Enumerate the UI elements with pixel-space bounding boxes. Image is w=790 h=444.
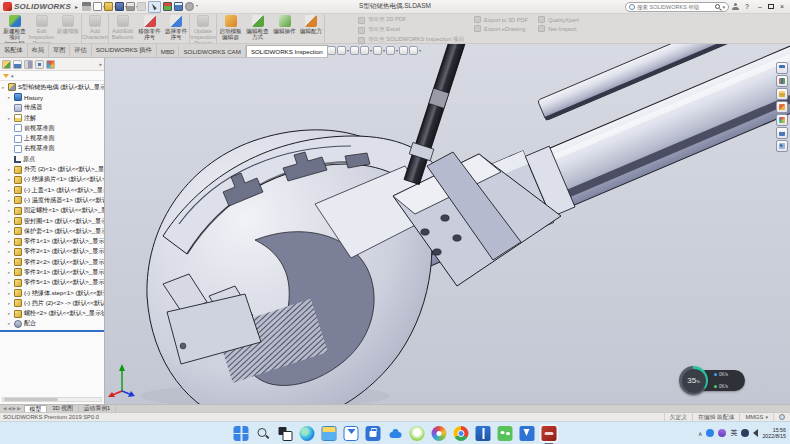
help-search-box[interactable]: ▾ [625,2,729,12]
tree-item-bolt[interactable]: 螺栓<2> (默认<<默认>_显示状态 [0,309,104,319]
tree-item-history[interactable]: History [0,92,104,102]
thermocouple-3d-model[interactable] [105,44,790,404]
performance-monitor-widget[interactable]: 35 % 0K/s 0K/s [679,366,745,395]
update-inspection-project-button[interactable]: Update Inspection Project [190,14,217,43]
tree-item-origin[interactable]: 原点 [0,154,104,164]
chrome-button[interactable] [454,426,469,441]
ribbon-tab-cam[interactable]: SOLIDWORKS CAM [179,46,245,57]
select-tool[interactable] [148,1,161,13]
tab-nav-arrows[interactable]: ◀ ◀ ▶ ▶ [0,405,24,412]
tree-horizontal-scrollbar[interactable] [2,397,102,402]
export-2d-pdf-button[interactable]: 导出至 2D PDF [358,16,464,24]
options-gear-icon[interactable] [185,2,194,11]
tray-volume-icon[interactable] [753,429,758,437]
scrollbar-thumb[interactable] [4,398,58,401]
taskpane-home-icon[interactable] [776,62,788,74]
tree-item-right-plane[interactable]: 右视基准面 [0,144,104,154]
mail-button[interactable] [344,426,359,441]
search-caret-icon[interactable]: ▾ [722,4,725,10]
add-characteristic-button[interactable]: Add Characteristic [82,14,109,43]
tree-item-front-plane[interactable]: 前视基准面 [0,123,104,133]
filter-caret-icon[interactable]: ▾ [11,73,14,79]
hide-show-items-icon[interactable] [386,46,395,55]
status-tag-icon[interactable] [773,413,790,421]
open-icon[interactable] [104,2,113,11]
file-explorer-button[interactable] [322,426,337,441]
rebuild-icon[interactable] [163,2,172,11]
edit-recipe-button[interactable]: 编辑配方 [298,14,325,43]
forum-icon[interactable] [776,140,788,152]
section-view-icon[interactable] [360,46,369,55]
tree-item-part3[interactable]: 零件3<1> (默认<<默认>_显示状态 [0,267,104,277]
tree-item-baffle[interactable]: (-) 挡片 (2)<2> -> (默认<<默认> [0,298,104,308]
launch-template-editor-button[interactable]: 启动模板编辑器 [217,14,244,43]
tree-item-top-cover[interactable]: (-) 上盖<1> (默认<<默认>_显示状 [0,185,104,195]
qualityxpert-button[interactable]: QualityXpert [538,16,579,23]
minimize-button[interactable]: – [755,3,765,10]
zoom-fit-icon[interactable] [327,46,336,55]
menu-expand-arrow-icon[interactable]: ▸ [75,3,78,10]
export-3d-pdf-button[interactable]: Export to 3D PDF [474,16,528,23]
wps-button[interactable] [520,426,535,441]
tree-item-protective-sleeve[interactable]: 保护套<1> (默认<<默认>_显示状 [0,226,104,236]
net-inspect-button[interactable]: Net-Inspect [538,25,579,32]
configurationmanager-tab-icon[interactable] [24,60,33,69]
dictionary-app-button[interactable] [476,426,491,441]
print-icon[interactable] [126,2,135,11]
zoom-area-icon[interactable] [337,46,346,55]
doc-tab-model[interactable]: 模型 [24,405,48,412]
wechat-button[interactable] [498,426,513,441]
ribbon-tab-layout[interactable]: 布局 [28,44,49,57]
new-document-icon[interactable] [93,2,102,11]
ribbon-tab-assembly[interactable]: 装配体 [0,44,28,57]
close-button[interactable]: × [777,3,787,10]
tree-item-sensors[interactable]: 传感器 [0,103,104,113]
tray-clock[interactable]: 15:56 2022/8/15 [762,427,786,439]
units-selector[interactable]: MMGS▾ [739,413,773,421]
start-button[interactable] [234,426,249,441]
tree-filter-row[interactable]: ▾ [0,71,104,81]
new-inspection-project-button[interactable]: 新建检查项目 (amp;N) [1,14,28,43]
ribbon-tab-mbd[interactable]: MBD [157,46,180,57]
tree-item-mates[interactable]: 配合 [0,319,104,329]
green-app-button[interactable] [410,426,425,441]
file-properties-icon[interactable] [174,2,183,11]
tree-root-assembly[interactable]: S型铂铑热电偶 (默认<默认_显示状态-1 [0,82,104,92]
doc-tab-motion-study[interactable]: 运动算例1 [79,405,116,412]
ribbon-tab-evaluate[interactable]: 评估 [70,44,91,57]
ribbon-tab-sketch[interactable]: 草图 [49,44,70,57]
task-view-button[interactable] [278,426,293,441]
tree-item-fixing-bolt[interactable]: 固定螺栓<1> (默认<<默认>_显示 [0,206,104,216]
home-icon[interactable] [82,2,91,11]
file-explorer-icon[interactable] [776,88,788,100]
export-inspection-project-button[interactable]: 导出至 SOLIDWORKS Inspection 项目 [358,36,464,44]
tree-item-part2-1[interactable]: 零件2<1> (默认<<默认>_显示状态 [0,247,104,257]
photos-app-button[interactable] [432,426,447,441]
export-edrawing-button[interactable]: Export eDrawing [474,25,528,32]
tree-item-annotations[interactable]: 注解 [0,113,104,123]
tree-item-seal-ring[interactable]: 密封圈<1> (默认<<默认>_显示状 [0,216,104,226]
tree-item-part2-2[interactable]: 零件2<2> (默认<<默认>_显示状态 [0,257,104,267]
tree-item-insulator-step[interactable]: (-) 绝缘体.step<1> (默认<<默认 [0,288,104,298]
add-edit-balloons-button[interactable]: Add/Edit Balloons [109,14,136,43]
previous-view-icon[interactable] [350,46,359,55]
displaymanager-tab-icon[interactable] [46,60,55,69]
tray-chevron-icon[interactable]: ∧ [698,430,702,437]
design-library-icon[interactable] [776,75,788,87]
tree-item-part5[interactable]: 零件5<1> (默认<<默认>_显示状态 [0,278,104,288]
rollback-bar[interactable] [0,330,104,332]
tree-item-shell[interactable]: 外壳 (2)<1> (默认<<默认>_显示状 [0,164,104,174]
edit-operations-button[interactable]: 编辑操作 [271,14,298,43]
propertymanager-tab-icon[interactable] [13,60,22,69]
dimxpert-tab-icon[interactable] [35,60,44,69]
login-user-icon[interactable] [732,3,739,10]
edit-appearance-icon[interactable] [399,46,408,55]
tray-onedrive-icon[interactable] [706,429,714,437]
view-settings-icon[interactable] [409,46,418,55]
onedrive-button[interactable] [388,426,403,441]
search-button[interactable] [256,426,271,441]
tree-item-top-plane[interactable]: 上视基准面 [0,133,104,143]
store-button[interactable] [366,426,381,441]
help-button[interactable]: ? [742,3,752,10]
doc-tab-3d-views[interactable]: 3D 视图 [47,405,79,412]
